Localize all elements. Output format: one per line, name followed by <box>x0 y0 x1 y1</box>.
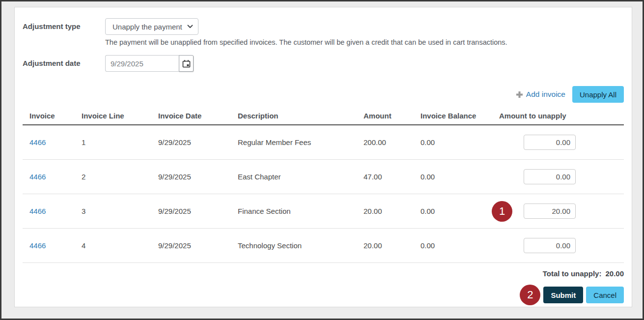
invoice-balance-cell: 0.00 <box>420 207 499 215</box>
invoice-link[interactable]: 4466 <box>29 138 46 146</box>
add-invoice-link[interactable]: Add invoice <box>516 90 565 99</box>
total-label: Total to unapply: <box>543 269 602 278</box>
amount-cell: 20.00 <box>364 207 420 215</box>
description-cell: Regular Member Fees <box>238 138 364 146</box>
adjustment-type-select[interactable]: Unapply the payment <box>105 18 198 35</box>
annotation-step-2: 2 <box>520 285 540 305</box>
plus-icon <box>516 91 523 98</box>
header-amount: Amount <box>364 112 420 120</box>
cancel-button[interactable]: Cancel <box>586 287 624 303</box>
invoice-line-cell: 1 <box>82 138 158 146</box>
invoice-line-cell: 3 <box>82 207 158 215</box>
header-amount-to-unapply: Amount to unapply <box>499 112 624 120</box>
invoice-date-cell: 9/29/2025 <box>158 138 238 146</box>
invoice-date-cell: 9/29/2025 <box>158 241 238 250</box>
table-row: 4466 1 9/29/2025 Regular Member Fees 200… <box>23 125 624 160</box>
adjustment-type-value: Unapply the payment <box>112 23 182 31</box>
calendar-icon <box>182 59 191 68</box>
invoice-balance-cell: 0.00 <box>420 138 499 146</box>
adjustment-panel: Adjustment type Unapply the payment The … <box>14 7 632 307</box>
invoice-balance-cell: 0.00 <box>420 241 499 250</box>
adjustment-date-input[interactable] <box>105 55 179 72</box>
adjustment-type-row: Adjustment type Unapply the payment The … <box>23 18 624 46</box>
chevron-down-icon <box>187 25 193 29</box>
add-invoice-label: Add invoice <box>526 90 565 99</box>
invoice-link[interactable]: 4466 <box>29 241 46 250</box>
amount-to-unapply-input[interactable] <box>524 135 576 150</box>
amount-cell: 47.00 <box>364 173 420 181</box>
invoice-balance-cell: 0.00 <box>420 173 499 181</box>
adjustment-date-label: Adjustment date <box>23 55 105 67</box>
invoice-link[interactable]: 4466 <box>29 207 46 215</box>
table-row: 4466 3 9/29/2025 Finance Section 20.00 0… <box>23 194 624 229</box>
annotation-step-1: 1 <box>492 201 512 222</box>
header-invoice-balance: Invoice Balance <box>420 112 499 120</box>
unapply-all-button[interactable]: Unapply All <box>572 86 624 103</box>
invoice-link[interactable]: 4466 <box>29 173 46 181</box>
invoice-date-cell: 9/29/2025 <box>158 173 238 181</box>
invoice-line-cell: 4 <box>82 241 158 250</box>
table-row: 4466 4 9/29/2025 Technology Section 20.0… <box>23 229 624 263</box>
header-invoice-date: Invoice Date <box>158 112 238 120</box>
invoice-toolbar: Add invoice Unapply All <box>23 86 624 103</box>
amount-cell: 20.00 <box>364 241 420 250</box>
description-cell: Technology Section <box>238 241 364 250</box>
description-cell: East Chapter <box>238 173 364 181</box>
total-row: Total to unapply: 20.00 <box>23 269 624 278</box>
header-invoice-line: Invoice Line <box>82 112 158 120</box>
header-description: Description <box>238 112 364 120</box>
table-row: 4466 2 9/29/2025 East Chapter 47.00 0.00 <box>23 160 624 194</box>
total-value: 20.00 <box>605 269 624 278</box>
submit-button[interactable]: Submit <box>543 287 583 303</box>
amount-to-unapply-input[interactable] <box>524 169 576 184</box>
amount-to-unapply-input[interactable] <box>524 204 576 219</box>
calendar-button[interactable] <box>179 55 194 72</box>
adjustment-date-row: Adjustment date <box>23 55 624 72</box>
description-cell: Finance Section <box>238 207 364 215</box>
table-header-row: Invoice Invoice Line Invoice Date Descri… <box>23 107 624 125</box>
invoice-line-cell: 2 <box>82 173 158 181</box>
adjustment-type-help: The payment will be unapplied from speci… <box>105 38 507 46</box>
invoice-date-cell: 9/29/2025 <box>158 207 238 215</box>
amount-cell: 200.00 <box>364 138 420 146</box>
header-invoice: Invoice <box>23 112 82 120</box>
amount-to-unapply-input[interactable] <box>524 238 576 253</box>
action-row: 2 Submit Cancel <box>23 285 624 305</box>
adjustment-type-label: Adjustment type <box>23 18 105 30</box>
